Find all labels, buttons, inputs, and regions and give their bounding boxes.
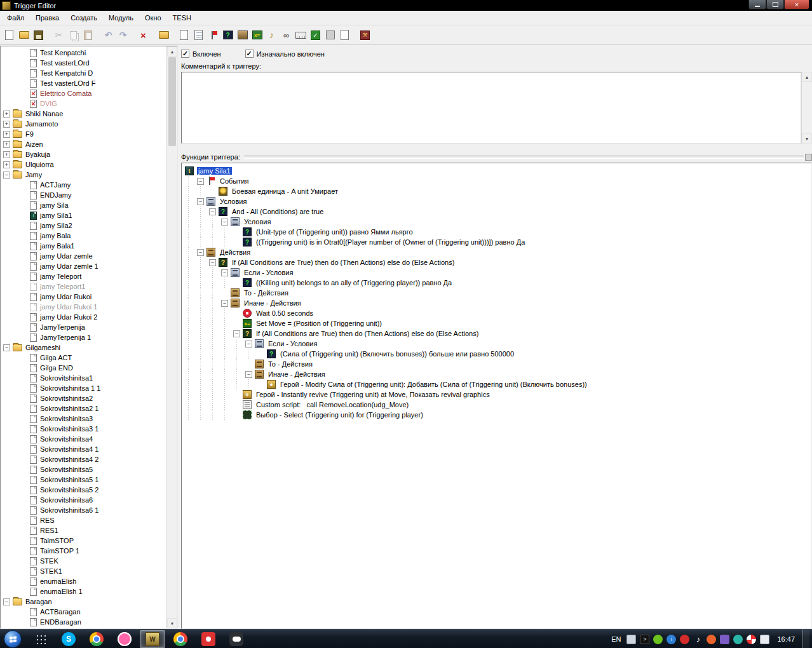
- function-row[interactable]: То - Действия: [185, 288, 811, 298]
- menu-item[interactable]: Окно: [139, 12, 167, 24]
- menu-item[interactable]: TESH: [167, 12, 197, 24]
- tree-folder-row[interactable]: −Baragan: [1, 597, 166, 607]
- tree-item-row[interactable]: jamy Bala: [1, 231, 166, 241]
- expander-icon[interactable]: −: [3, 344, 10, 351]
- tree-item-row[interactable]: Test vasterLOrd: [1, 58, 166, 68]
- tree-folder-row[interactable]: +Byakuja: [1, 149, 166, 159]
- tree-item-row[interactable]: ENDBaragan: [1, 617, 166, 627]
- new-event-icon[interactable]: [206, 28, 220, 43]
- tree-item-row[interactable]: RES1: [1, 525, 166, 536]
- function-row[interactable]: Set Move = (Position of (Triggering unit…: [185, 318, 811, 328]
- new-comment-icon[interactable]: [191, 28, 206, 43]
- volume-icon[interactable]: ♪: [693, 635, 703, 644]
- function-row[interactable]: Герой - Modify Сила of (Triggering unit)…: [185, 379, 811, 389]
- cut-icon[interactable]: ✂: [51, 28, 66, 43]
- function-row[interactable]: (Сила of (Triggering unit) (Включить bon…: [185, 349, 811, 359]
- function-row[interactable]: Герой - Instantly revive (Triggering uni…: [185, 389, 811, 400]
- tree-item-row[interactable]: jamy Udar zemle 1: [1, 261, 166, 271]
- expander-icon[interactable]: +: [3, 141, 10, 148]
- tree-folder-row[interactable]: −Gilgameshi: [1, 342, 166, 353]
- expander-icon[interactable]: +: [3, 161, 10, 168]
- tree-item-row[interactable]: jamy Udar Rukoi 2: [1, 312, 166, 322]
- function-row[interactable]: −Иначе - Действия: [185, 369, 811, 379]
- tree-item-row[interactable]: Test Kenpatchi: [1, 48, 166, 58]
- expander-icon[interactable]: +: [3, 131, 10, 138]
- tree-item-row[interactable]: Sokrovitshinitsa3: [1, 414, 166, 424]
- function-row[interactable]: −If (All Conditions are True) then do (T…: [185, 257, 811, 267]
- language-indicator[interactable]: EN: [609, 635, 623, 643]
- tree-item-row[interactable]: ACTBaragan: [1, 607, 166, 617]
- open-map-icon[interactable]: [17, 28, 31, 43]
- function-row[interactable]: −And - All (Conditions) are true: [185, 206, 811, 217]
- tree-item-row[interactable]: JamyTerpenija: [1, 322, 166, 332]
- enabled-checkbox[interactable]: ✓ Включен: [181, 50, 221, 58]
- tree-item-row[interactable]: Sokrovitshinitsa2 1: [1, 403, 166, 414]
- projector-icon[interactable]: [760, 635, 769, 644]
- taskbar-app-skype-icon[interactable]: S: [56, 630, 81, 648]
- expander-icon[interactable]: +: [3, 121, 10, 128]
- tree-item-row[interactable]: jamy Sila2: [1, 220, 166, 231]
- tree-item-row[interactable]: TaimSTOP: [1, 536, 166, 546]
- export-script-icon[interactable]: [337, 28, 352, 43]
- sound-editor-icon[interactable]: ♪: [264, 28, 279, 43]
- save-map-icon[interactable]: [31, 28, 46, 43]
- function-row[interactable]: −If (All Conditions are True) then do (T…: [185, 328, 811, 339]
- tree-item-row[interactable]: ENDJamy: [1, 190, 166, 200]
- tree-item-row[interactable]: Sokrovitshinitsa6: [1, 495, 166, 505]
- scroll-up-icon[interactable]: ▲: [167, 46, 177, 57]
- copy-icon[interactable]: [66, 28, 81, 43]
- tree-item-row[interactable]: jamy Bala1: [1, 241, 166, 251]
- object-manager-icon[interactable]: [323, 28, 337, 43]
- tree-item-row[interactable]: jamy Sila1: [1, 210, 166, 220]
- preferences-icon[interactable]: ⚒: [358, 28, 372, 43]
- variables-icon[interactable]: x=: [250, 28, 264, 43]
- function-row[interactable]: −События: [185, 176, 811, 186]
- function-row[interactable]: Custom script: call RemoveLocation(udg_M…: [185, 400, 811, 410]
- taskbar-app-red-icon[interactable]: [196, 630, 221, 648]
- tree-item-row[interactable]: Test vasterLOrd F: [1, 78, 166, 88]
- notification-icon[interactable]: [707, 635, 716, 644]
- function-row[interactable]: Выбор - Select (Triggering unit) for (Tr…: [185, 410, 811, 420]
- taskbar-app-chrome-icon[interactable]: [84, 630, 109, 648]
- new-action-icon[interactable]: [235, 28, 250, 43]
- expander-icon[interactable]: −: [197, 249, 204, 256]
- tree-item-row[interactable]: STEK1: [1, 566, 166, 576]
- expander-icon[interactable]: +: [3, 151, 10, 158]
- function-row[interactable]: То - Действия: [185, 359, 811, 369]
- chat-icon[interactable]: [720, 635, 729, 644]
- tree-folder-row[interactable]: +Jamamoto: [1, 119, 166, 129]
- display-settings-icon[interactable]: [626, 635, 636, 644]
- start-button[interactable]: [0, 630, 25, 648]
- tree-folder-row[interactable]: +Aizen: [1, 139, 166, 149]
- close-button[interactable]: ×: [784, 0, 809, 10]
- scroll-down-icon[interactable]: ▼: [167, 618, 177, 628]
- function-row[interactable]: −Условия: [185, 196, 811, 206]
- comment-textarea[interactable]: [181, 72, 801, 144]
- taskbar-clock[interactable]: 16:47: [777, 635, 795, 643]
- expander-icon[interactable]: −: [3, 598, 10, 605]
- tree-item-row[interactable]: Sokrovitshinitsa5: [1, 464, 166, 475]
- tree-item-row[interactable]: Sokrovitshinitsa4: [1, 434, 166, 444]
- tree-item-row[interactable]: Gilga END: [1, 363, 166, 373]
- comment-scrollbar[interactable]: ▲ ▼: [801, 72, 812, 144]
- scrollbar-thumb[interactable]: [168, 57, 176, 146]
- info-icon[interactable]: i: [667, 635, 676, 644]
- network-icon[interactable]: [733, 635, 743, 644]
- initially-enabled-checkbox[interactable]: ✓ Изначально включен: [245, 50, 325, 58]
- alert-icon[interactable]: [680, 635, 689, 644]
- menu-item[interactable]: Модуль: [103, 12, 139, 24]
- taskbar-app-osu-icon[interactable]: [112, 630, 137, 648]
- tree-item-row[interactable]: jamy Udar zemle: [1, 251, 166, 261]
- new-condition-icon[interactable]: ?: [220, 28, 235, 43]
- tree-item-row[interactable]: jamy Udar Rukoi 1: [1, 302, 166, 312]
- expander-icon[interactable]: −: [233, 330, 240, 337]
- taskbar-app-chrome-2-icon[interactable]: [168, 630, 193, 648]
- new-document-icon[interactable]: [2, 28, 17, 43]
- function-row[interactable]: −Если - Условия: [185, 339, 811, 349]
- expander-icon[interactable]: −: [221, 300, 228, 307]
- expander-icon[interactable]: −: [197, 198, 204, 205]
- keyboard-shortcuts-icon[interactable]: [294, 28, 308, 43]
- maximize-button[interactable]: [766, 0, 784, 10]
- function-row[interactable]: (Unit-type of (Triggering unit)) равно Я…: [185, 227, 811, 237]
- tree-item-row[interactable]: jamy Udar Rukoi: [1, 292, 166, 302]
